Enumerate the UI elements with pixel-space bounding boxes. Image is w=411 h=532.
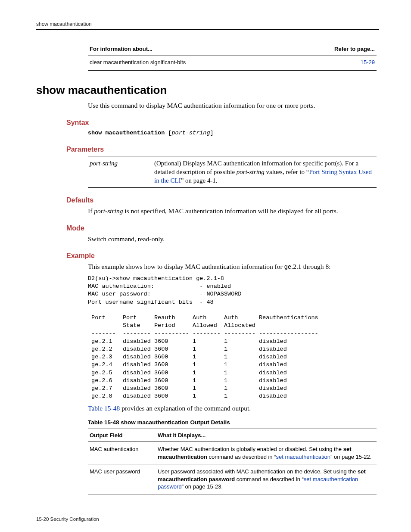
section-example: Example	[66, 251, 379, 261]
mode-text: Switch command, read-only.	[88, 235, 379, 244]
param-desc-em: port-string	[237, 168, 265, 175]
output-header-field: Output Field	[88, 429, 156, 442]
syntax-line: show macauthentication [port-string]	[88, 129, 379, 137]
output-details-table: Output Field What It Displays... MAC aut…	[88, 429, 377, 495]
cross-ref-link[interactable]: set macauthentication	[276, 454, 330, 460]
table-row: MAC user password User password associat…	[88, 464, 377, 495]
section-syntax: Syntax	[66, 118, 379, 128]
ref-header-right: Refer to page...	[288, 43, 377, 56]
syntax-keyword: show macauthentication	[88, 130, 165, 136]
table-row: clear macauthentication significant-bits…	[88, 56, 377, 71]
param-desc-mid: values, refer to “	[265, 168, 309, 175]
output-field-desc: Whether MAC authentication is globally e…	[156, 442, 377, 464]
desc-pre: User password associated with MAC authen…	[158, 468, 358, 475]
ref-row-right: 15-29	[288, 56, 377, 71]
desc-mid: command as described in “	[207, 454, 276, 460]
param-desc: (Optional) Displays MAC authentication i…	[153, 156, 377, 188]
section-parameters: Parameters	[66, 145, 379, 154]
syntax-bracket-close: ]	[210, 130, 214, 136]
ref-row-left: clear macauthentication significant-bits	[88, 56, 288, 71]
table-row: MAC authentication Whether MAC authentic…	[88, 442, 377, 464]
ref-header-left: For information about...	[88, 43, 288, 56]
desc-mid: command as described in “	[235, 476, 304, 482]
table-caption: Table 15-48 show macauthentication Outpu…	[88, 419, 379, 426]
example-intro: This example shows how to display MAC au…	[88, 262, 379, 271]
running-header: show macauthentication	[36, 21, 379, 30]
post-cli-text: Table 15-48 provides an explanation of t…	[88, 404, 379, 413]
desc-tail: ” on page 15-22.	[330, 454, 371, 460]
output-field-name: MAC user password	[88, 464, 156, 495]
example-post: .2.1 through 8:	[291, 263, 330, 270]
output-field-desc: User password associated with MAC authen…	[156, 464, 377, 495]
intro-text: Use this command to display MAC authenti…	[88, 101, 379, 110]
cli-output: D2(su)->show macauthentication ge.2.1-8 …	[88, 275, 379, 401]
table-row: port-string (Optional) Displays MAC auth…	[88, 156, 377, 188]
example-pre: This example shows how to display MAC au…	[88, 263, 284, 270]
syntax-arg: port-string	[171, 130, 210, 136]
reference-table: For information about... Refer to page..…	[88, 43, 377, 71]
section-defaults: Defaults	[66, 196, 379, 205]
post-cli-tail: provides an explanation of the command o…	[120, 404, 251, 412]
page-footer: 15-20 Security Configuration	[36, 516, 379, 523]
example-mono: ge	[284, 264, 291, 271]
defaults-em: port-string	[94, 207, 123, 215]
syntax-bracket-open: [	[165, 130, 171, 136]
page-link[interactable]: 15-29	[361, 59, 375, 65]
param-name: port-string	[88, 156, 153, 188]
defaults-text: If port-string is not specified, MAC aut…	[88, 207, 379, 216]
section-mode: Mode	[66, 224, 379, 233]
output-header-desc: What It Displays...	[156, 429, 377, 442]
parameters-table: port-string (Optional) Displays MAC auth…	[88, 156, 377, 188]
defaults-pre: If	[88, 207, 94, 215]
param-desc-tail: ” on page 4-1.	[181, 177, 218, 184]
desc-pre: Whether MAC authentication is globally e…	[158, 446, 343, 452]
table-ref-link[interactable]: Table 15-48	[88, 404, 120, 412]
page-title: show macauthentication	[36, 83, 379, 98]
defaults-post: is not specified, MAC authentication inf…	[123, 207, 338, 215]
desc-tail: ” on page 15-23.	[182, 483, 223, 490]
output-field-name: MAC authentication	[88, 442, 156, 464]
